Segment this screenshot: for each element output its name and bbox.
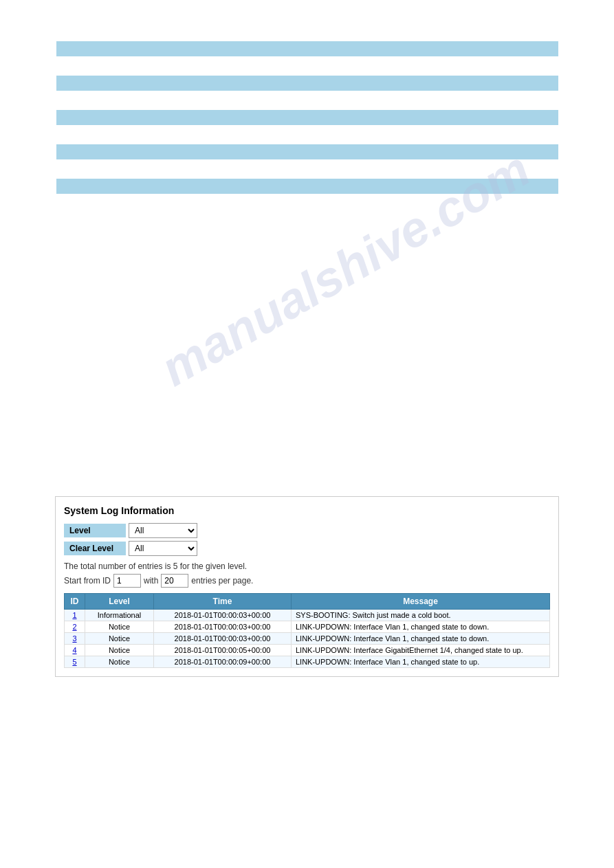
cell-id: 3 — [65, 633, 85, 645]
clear-level-row: Clear Level All Error Warning Notice Inf… — [64, 541, 550, 556]
col-time: Time — [154, 594, 292, 610]
entries-info: The total number of entries is 5 for the… — [64, 561, 550, 571]
cell-level: Notice — [85, 621, 154, 633]
cell-time: 2018-01-01T00:00:03+00:00 — [154, 610, 292, 621]
table-header-row: ID Level Time Message — [65, 594, 550, 610]
cell-level: Notice — [85, 656, 154, 668]
start-from-label: Start from ID — [64, 576, 111, 586]
main-content: System Log Information Level All Error W… — [0, 496, 614, 677]
cell-message: SYS-BOOTING: Switch just made a cold boo… — [292, 610, 550, 621]
start-from-input[interactable] — [113, 574, 141, 588]
table-row: 1Informational2018-01-01T00:00:03+00:00S… — [65, 610, 550, 621]
cell-id: 1 — [65, 610, 85, 621]
table-row: 2Notice2018-01-01T00:00:03+00:00LINK-UPD… — [65, 621, 550, 633]
top-bars-section — [0, 0, 614, 194]
level-row: Level All Error Warning Notice Informati… — [64, 523, 550, 538]
level-label: Level — [64, 524, 126, 537]
cell-id: 2 — [65, 621, 85, 633]
table-body: 1Informational2018-01-01T00:00:03+00:00S… — [65, 610, 550, 668]
cell-level: Notice — [85, 645, 154, 656]
cell-time: 2018-01-01T00:00:03+00:00 — [154, 621, 292, 633]
with-label: with — [144, 576, 158, 586]
level-select[interactable]: All Error Warning Notice Informational — [129, 523, 197, 538]
cell-time: 2018-01-01T00:00:09+00:00 — [154, 656, 292, 668]
table-row: 5Notice2018-01-01T00:00:09+00:00LINK-UPD… — [65, 656, 550, 668]
cell-time: 2018-01-01T00:00:05+00:00 — [154, 645, 292, 656]
blue-bar-2 — [56, 76, 558, 91]
log-table: ID Level Time Message 1Informational2018… — [64, 593, 550, 668]
clear-level-select[interactable]: All Error Warning Notice Informational — [129, 541, 197, 556]
cell-id: 5 — [65, 656, 85, 668]
entries-input[interactable] — [161, 574, 188, 588]
blue-bar-1 — [56, 41, 558, 56]
blue-bar-4 — [56, 144, 558, 159]
col-level: Level — [85, 594, 154, 610]
start-from-row: Start from ID with entries per page. — [64, 574, 550, 588]
table-row: 4Notice2018-01-01T00:00:05+00:00LINK-UPD… — [65, 645, 550, 656]
system-log-panel: System Log Information Level All Error W… — [55, 496, 559, 677]
table-row: 3Notice2018-01-01T00:00:03+00:00LINK-UPD… — [65, 633, 550, 645]
cell-message: LINK-UPDOWN: Interface GigabitEthernet 1… — [292, 645, 550, 656]
col-id: ID — [65, 594, 85, 610]
clear-level-label: Clear Level — [64, 542, 126, 555]
cell-message: LINK-UPDOWN: Interface Vlan 1, changed s… — [292, 633, 550, 645]
blue-bar-5 — [56, 179, 558, 194]
panel-title: System Log Information — [64, 505, 550, 516]
cell-level: Informational — [85, 610, 154, 621]
col-message: Message — [292, 594, 550, 610]
cell-message: LINK-UPDOWN: Interface Vlan 1, changed s… — [292, 621, 550, 633]
cell-id: 4 — [65, 645, 85, 656]
blue-bar-3 — [56, 110, 558, 125]
entries-per-page-label: entries per page. — [191, 576, 253, 586]
cell-level: Notice — [85, 633, 154, 645]
cell-time: 2018-01-01T00:00:03+00:00 — [154, 633, 292, 645]
cell-message: LINK-UPDOWN: Interface Vlan 1, changed s… — [292, 656, 550, 668]
